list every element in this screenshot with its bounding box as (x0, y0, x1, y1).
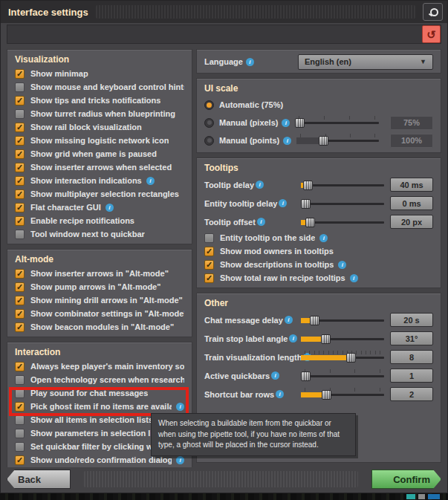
slider[interactable] (301, 370, 384, 382)
search-button[interactable] (423, 3, 443, 21)
check-icon: ✓ (206, 274, 212, 282)
checkbox-row-always-keep-player-s-main-inventory-sort[interactable]: ✓Always keep player's main inventory sor… (15, 360, 184, 373)
checkbox-row-show-descriptions-in-tooltips[interactable]: ✓Show descriptions in tooltipsi (204, 258, 433, 271)
checkbox-checked[interactable]: ✓ (15, 362, 25, 371)
slider-handle[interactable] (319, 136, 328, 146)
radio-button[interactable] (204, 100, 214, 110)
checkbox-checked[interactable]: ✓ (15, 296, 25, 305)
checkbox-row-show-interaction-indications[interactable]: ✓Show interaction indicationsi (15, 174, 184, 187)
checkbox-row-entity-tooltip-on-the-side[interactable]: Entity tooltip on the sidei (204, 231, 433, 244)
checkbox-row-show-tips-and-tricks-notifications[interactable]: ✓Show tips and tricks notifications (15, 94, 184, 107)
checkbox-checked[interactable]: ✓ (15, 216, 25, 226)
slider-handle[interactable] (321, 334, 331, 344)
checkbox-checked[interactable]: ✓ (204, 273, 214, 283)
value-field[interactable]: 1 (390, 368, 433, 383)
slider[interactable] (301, 314, 384, 326)
checkbox-checked[interactable]: ✓ (204, 247, 214, 256)
checkbox-checked[interactable]: ✓ (15, 69, 25, 79)
checkbox-checked[interactable]: ✓ (15, 455, 25, 465)
slider-handle[interactable] (301, 199, 311, 209)
checkbox-checked[interactable]: ✓ (15, 282, 25, 292)
checkbox-checked[interactable]: ✓ (15, 269, 25, 279)
checkbox-checked[interactable]: ✓ (15, 322, 25, 332)
value-field[interactable]: 2 (390, 387, 433, 401)
radio-button[interactable] (204, 136, 214, 146)
checkbox-unchecked[interactable] (204, 233, 214, 243)
checkbox-checked[interactable]: ✓ (15, 96, 25, 105)
slider[interactable] (301, 198, 384, 210)
slider[interactable] (301, 389, 384, 400)
checkbox-row-show-rail-block-visualization[interactable]: ✓Show rail block visualization (15, 120, 184, 134)
slider-handle[interactable] (305, 218, 315, 227)
checkbox-unchecked[interactable] (15, 429, 25, 438)
slider[interactable] (301, 333, 384, 345)
drag-handle[interactable] (96, 5, 415, 19)
slider-handle[interactable] (346, 353, 356, 363)
radio-button[interactable] (204, 118, 214, 128)
value-field[interactable]: 40 ms (390, 178, 433, 192)
checkbox-row-show-turret-radius-when-blueprinting[interactable]: Show turret radius when blueprinting (15, 107, 184, 120)
checkbox-checked[interactable]: ✓ (15, 189, 25, 199)
checkbox-unchecked[interactable] (15, 389, 25, 398)
back-button[interactable]: Back (7, 470, 71, 489)
value-field[interactable]: 31° (390, 331, 433, 345)
checkbox-row-show-mouse-and-keyboard-control-hints[interactable]: Show mouse and keyboard control hints (15, 80, 184, 94)
checkbox-row-show-mod-owners-in-tooltips[interactable]: ✓Show mod owners in tooltips (204, 244, 433, 258)
checkbox-unchecked[interactable] (15, 415, 25, 425)
checkbox-checked[interactable]: ✓ (15, 176, 25, 186)
slider[interactable] (301, 179, 384, 191)
checkbox-row-show-missing-logistic-network-icon[interactable]: ✓Show missing logistic network icon (15, 134, 184, 147)
checkbox-checked[interactable]: ✓ (204, 260, 214, 270)
slider-handle[interactable] (303, 181, 313, 190)
checkbox-row-show-grid-when-game-is-paused[interactable]: ✓Show grid when game is paused (15, 147, 184, 160)
slider-handle[interactable] (301, 371, 311, 381)
drag-handle-footer[interactable] (84, 471, 358, 487)
radio-row-manual-pixels[interactable]: Manual (pixels)i75% (204, 114, 433, 132)
language-dropdown[interactable]: English (en)▼ (298, 54, 433, 70)
checkbox-label: Show beacon modules in "Alt-mode" (30, 322, 174, 331)
slider[interactable] (295, 117, 379, 129)
checkbox-row-show-mining-drill-arrows-in-alt-mode[interactable]: ✓Show mining drill arrows in "Alt-mode" (15, 293, 184, 307)
checkbox-row-show-pump-arrows-in-alt-mode[interactable]: ✓Show pump arrows in "Alt-mode" (15, 280, 184, 293)
checkbox-checked[interactable]: ✓ (15, 149, 25, 159)
checkbox-row-show-total-raw-in-recipe-tooltips[interactable]: ✓Show total raw in recipe tooltipsi (204, 271, 433, 285)
checkbox-unchecked[interactable] (15, 230, 25, 239)
checkbox-row-flat-character-gui[interactable]: ✓Flat character GUIi (15, 201, 184, 214)
checkbox-checked[interactable]: ✓ (15, 123, 25, 132)
checkbox-row-show-multiplayer-selection-rectangles[interactable]: ✓Show multiplayer selection rectangles (15, 187, 184, 201)
checkbox-row-show-inserter-arrows-when-selected[interactable]: ✓Show inserter arrows when selected (15, 160, 184, 174)
checkbox-checked[interactable]: ✓ (15, 309, 25, 319)
slider[interactable] (296, 134, 379, 146)
reset-button[interactable]: ↺ (422, 25, 441, 43)
slider[interactable] (301, 216, 384, 228)
checkbox-unchecked[interactable] (15, 375, 25, 385)
checkbox-row-show-inserter-arrows-in-alt-mode[interactable]: ✓Show inserter arrows in "Alt-mode" (15, 267, 184, 280)
checkbox-row-play-sound-for-chat-messages[interactable]: Play sound for chat messages (15, 386, 184, 400)
checkbox-row-show-beacon-modules-in-alt-mode[interactable]: ✓Show beacon modules in "Alt-mode" (15, 320, 184, 334)
checkbox-row-tool-window-next-to-quickbar[interactable]: Tool window next to quickbar (15, 227, 184, 241)
checkbox-unchecked[interactable] (15, 442, 25, 452)
radio-row-automatic-75[interactable]: Automatic (75%) (204, 96, 433, 114)
checkbox-row-enable-recipe-notifications[interactable]: ✓Enable recipe notifications (15, 214, 184, 227)
checkbox-checked[interactable]: ✓ (15, 402, 25, 412)
checkbox-checked[interactable]: ✓ (15, 136, 25, 146)
checkbox-row-show-combinator-settings-in-alt-mode[interactable]: ✓Show combinator settings in "Alt-mode" (15, 307, 184, 320)
checkbox-unchecked[interactable] (15, 109, 25, 119)
checkbox-unchecked[interactable] (15, 82, 25, 92)
checkbox-row-pick-ghost-item-if-no-items-are-availabl[interactable]: ✓Pick ghost item if no items are availab… (15, 400, 184, 413)
slider-handle[interactable] (322, 390, 331, 400)
value-field[interactable]: 20 s (390, 313, 433, 327)
slider-handle[interactable] (310, 316, 319, 325)
slider-handle[interactable] (295, 118, 305, 128)
checkbox-row-open-technology-screen-when-research-is-[interactable]: Open technology screen when research is … (15, 373, 184, 386)
value-field[interactable]: 0 ms (390, 196, 433, 210)
checkbox-checked[interactable]: ✓ (15, 203, 25, 212)
checkbox-checked[interactable]: ✓ (15, 163, 25, 172)
value-field[interactable]: 20 px (390, 215, 433, 229)
value-field[interactable]: 8 (390, 350, 433, 364)
radio-row-manual-points[interactable]: Manual (points)i100% (204, 132, 433, 149)
confirm-button[interactable]: Confirm (371, 470, 441, 489)
info-icon: i (285, 316, 293, 324)
checkbox-row-show-minimap[interactable]: ✓Show minimap (15, 67, 184, 80)
slider[interactable] (301, 351, 384, 363)
